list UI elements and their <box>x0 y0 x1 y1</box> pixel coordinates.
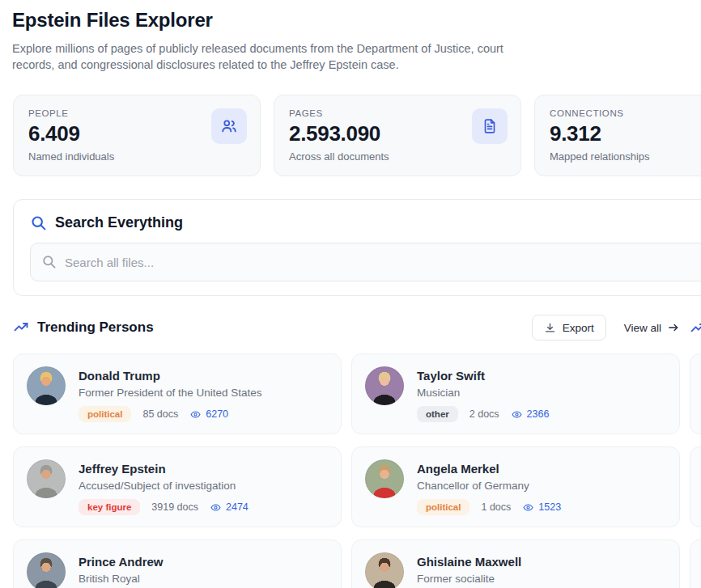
search-icon <box>30 214 47 231</box>
export-button[interactable]: Export <box>532 315 606 341</box>
epstein-files-explorer-page: Epstein Files Explorer Explore millions … <box>0 0 701 588</box>
person-name: Prince Andrew <box>79 552 328 569</box>
page-title: Epstein Files Explorer <box>12 9 213 32</box>
avatar <box>365 459 404 498</box>
person-subtitle: Musician <box>417 387 666 399</box>
stat-card-people: PEOPLE 6.409 Named individuals <box>13 95 261 176</box>
stat-card-pages: PAGES 2.593.090 Across all documents <box>274 95 521 176</box>
search-input[interactable] <box>30 243 701 281</box>
stat-caption: Mapped relationships <box>550 150 701 163</box>
eye-icon <box>522 502 534 513</box>
person-name: Angela Merkel <box>417 459 666 476</box>
views-count: 1523 <box>522 501 561 513</box>
views-count: 6270 <box>189 408 228 420</box>
trending-up-icon-partial <box>690 320 701 336</box>
document-icon <box>472 108 508 144</box>
person-subtitle: Former President of the United States <box>79 387 328 399</box>
person-card-partial[interactable] <box>690 446 701 527</box>
download-icon <box>544 322 556 334</box>
views-count: 2366 <box>511 408 550 420</box>
arrow-right-icon <box>667 322 680 333</box>
trending-persons-header: Trending Persons Export View all <box>13 315 680 341</box>
eye-icon <box>210 502 222 513</box>
person-card-taylor-swift[interactable]: Taylor Swift Musician other 2 docs 2366 <box>351 353 680 434</box>
eye-icon <box>189 409 202 420</box>
docs-count: 2 docs <box>469 408 499 420</box>
person-name: Donald Trump <box>79 366 328 383</box>
docs-count: 85 docs <box>142 408 178 420</box>
views-value: 2366 <box>527 408 550 420</box>
avatar <box>365 366 404 405</box>
view-all-link[interactable]: View all <box>624 322 680 334</box>
stat-label: CONNECTIONS <box>550 108 701 118</box>
stat-caption: Across all documents <box>289 150 506 163</box>
person-card-ghislaine-maxwell[interactable]: Ghislaine Maxwell Former socialite <box>351 539 680 588</box>
export-button-label: Export <box>563 322 594 334</box>
person-card-partial[interactable] <box>690 539 701 588</box>
person-name: Ghislaine Maxwell <box>417 552 666 569</box>
search-input-icon <box>41 254 57 269</box>
category-badge: political <box>79 406 131 422</box>
person-card-angela-merkel[interactable]: Angela Merkel Chancellor of Germany poli… <box>351 446 680 527</box>
person-card-partial[interactable] <box>690 353 701 434</box>
stat-card-connections: CONNECTIONS 9.312 Mapped relationships <box>534 95 701 176</box>
person-subtitle: Former socialite <box>417 573 666 585</box>
views-value: 1523 <box>538 501 561 513</box>
search-section: Search Everything <box>13 199 701 296</box>
stat-caption: Named individuals <box>28 150 245 163</box>
section-title: Trending Persons <box>37 319 154 336</box>
person-subtitle: Chancellor of Germany <box>417 480 666 492</box>
person-subtitle: Accused/Subject of investigation <box>79 480 328 492</box>
category-badge: political <box>417 499 469 515</box>
trending-up-icon <box>13 319 29 336</box>
avatar <box>27 459 66 498</box>
views-count: 2474 <box>210 501 249 513</box>
person-name: Jeffrey Epstein <box>79 459 328 476</box>
users-icon <box>211 108 247 144</box>
person-subtitle: British Royal <box>79 573 328 585</box>
person-name: Taylor Swift <box>417 366 666 383</box>
trending-persons-grid: Donald Trump Former President of the Uni… <box>13 353 701 588</box>
person-card-jeffrey-epstein[interactable]: Jeffrey Epstein Accused/Subject of inves… <box>13 446 342 527</box>
avatar <box>27 552 66 588</box>
avatar <box>27 366 66 405</box>
views-value: 2474 <box>226 501 249 513</box>
category-badge: key figure <box>79 499 140 515</box>
docs-count: 3919 docs <box>151 501 198 513</box>
view-all-label: View all <box>624 322 661 334</box>
stat-value: 9.312 <box>550 121 701 146</box>
docs-count: 1 docs <box>481 501 511 513</box>
person-card-donald-trump[interactable]: Donald Trump Former President of the Uni… <box>13 353 342 434</box>
avatar <box>365 552 404 588</box>
category-badge: other <box>417 406 458 422</box>
search-section-title: Search Everything <box>55 214 183 231</box>
views-value: 6270 <box>206 408 228 420</box>
eye-icon <box>511 409 523 420</box>
page-description: Explore millions of pages of publicly re… <box>12 41 537 73</box>
person-card-prince-andrew[interactable]: Prince Andrew British Royal <box>13 539 342 588</box>
stats-row: PEOPLE 6.409 Named individuals PAGES 2.5… <box>13 95 701 176</box>
